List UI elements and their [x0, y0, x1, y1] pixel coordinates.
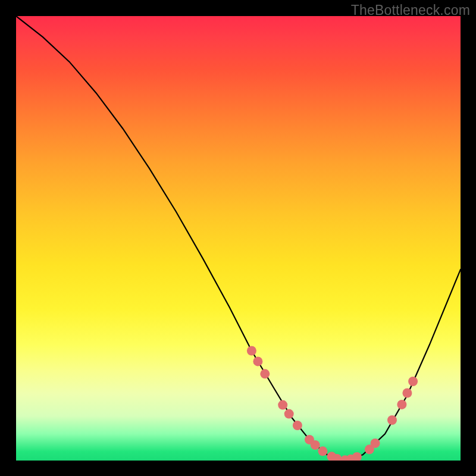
marker-dot: [311, 440, 320, 450]
marker-dot: [253, 356, 262, 366]
marker-dot: [387, 415, 397, 425]
marker-dot: [293, 421, 302, 430]
marker-dot: [278, 400, 287, 410]
marker-dot: [352, 452, 362, 461]
plot-area: [16, 16, 461, 461]
marker-dot: [260, 369, 270, 378]
marker-dot: [371, 439, 380, 448]
marker-group: [247, 346, 418, 461]
marker-dot: [408, 377, 418, 386]
bottleneck-curve: [16, 16, 461, 461]
marker-dot: [318, 446, 327, 456]
brand-watermark: TheBottleneck.com: [351, 2, 470, 18]
marker-dot: [397, 400, 406, 409]
chart-svg: [16, 16, 461, 461]
chart-frame: TheBottleneck.com: [0, 0, 476, 476]
marker-dot: [284, 409, 294, 419]
marker-dot: [402, 389, 412, 398]
marker-dot: [247, 346, 256, 356]
